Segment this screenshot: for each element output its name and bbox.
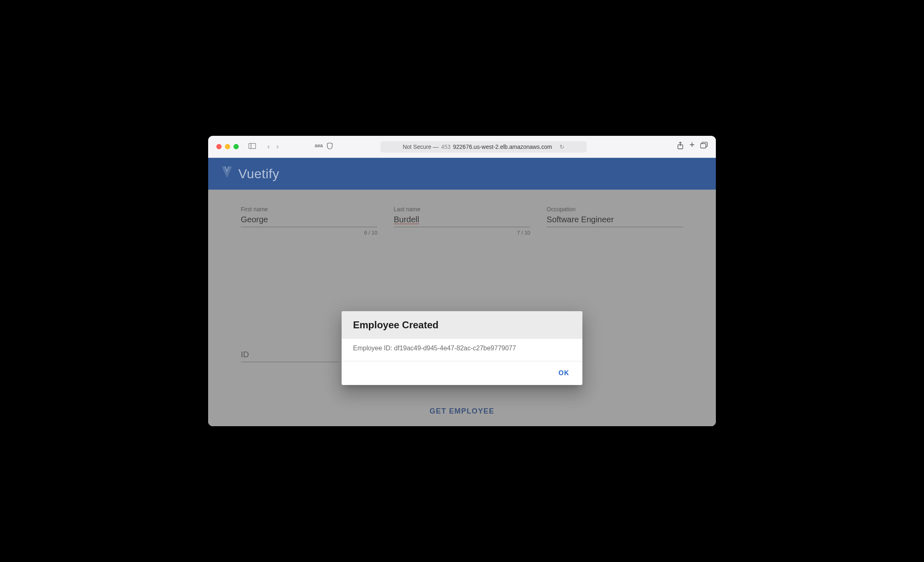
close-window-button[interactable] bbox=[216, 144, 222, 149]
reload-icon[interactable]: ↻ bbox=[560, 144, 564, 150]
vuetify-logo-icon bbox=[220, 165, 233, 183]
shield-icon[interactable] bbox=[327, 143, 333, 150]
page-content: First name 6 / 10 Last name 7 / 10 Occup… bbox=[208, 190, 716, 426]
share-icon[interactable] bbox=[677, 142, 684, 151]
navigation-arrows: ‹ › bbox=[265, 142, 281, 151]
app-bar: Vuetify bbox=[208, 158, 716, 190]
browser-window: ‹ › aea Not Secure — 453922676.us-west-2… bbox=[208, 136, 716, 426]
dialog-body: Employee ID: df19ac49-d945-4e47-82ac-c27… bbox=[342, 339, 582, 361]
dialog-actions: OK bbox=[342, 361, 582, 385]
svg-rect-0 bbox=[249, 143, 256, 148]
dialog-scrim[interactable] bbox=[208, 190, 716, 426]
url-domain: 922676.us-west-2.elb.amazonaws.com bbox=[453, 144, 552, 150]
dialog-title: Employee Created bbox=[353, 319, 571, 331]
sidebar-toggle-icon[interactable] bbox=[247, 143, 258, 150]
tabs-overview-icon[interactable] bbox=[700, 142, 708, 151]
dialog-header: Employee Created bbox=[342, 311, 582, 339]
url-muted-part: 453 bbox=[441, 144, 451, 150]
forward-button[interactable]: › bbox=[274, 142, 281, 151]
brand-title: Vuetify bbox=[238, 166, 279, 181]
minimize-window-button[interactable] bbox=[225, 144, 230, 149]
extension-icons: aea bbox=[315, 143, 333, 150]
window-controls bbox=[216, 144, 239, 149]
svg-rect-5 bbox=[701, 144, 706, 148]
new-tab-icon[interactable]: + bbox=[689, 142, 695, 151]
zoom-window-button[interactable] bbox=[233, 144, 239, 149]
security-status: Not Secure — bbox=[403, 144, 439, 150]
titlebar-right-controls: + bbox=[677, 142, 708, 151]
back-button[interactable]: ‹ bbox=[265, 142, 272, 151]
browser-titlebar: ‹ › aea Not Secure — 453922676.us-west-2… bbox=[208, 136, 716, 158]
employee-created-dialog: Employee Created Employee ID: df19ac49-d… bbox=[342, 311, 582, 385]
address-bar[interactable]: Not Secure — 453922676.us-west-2.elb.ama… bbox=[380, 141, 587, 153]
ok-button[interactable]: OK bbox=[554, 367, 574, 379]
extension-aea-icon[interactable]: aea bbox=[315, 143, 323, 150]
